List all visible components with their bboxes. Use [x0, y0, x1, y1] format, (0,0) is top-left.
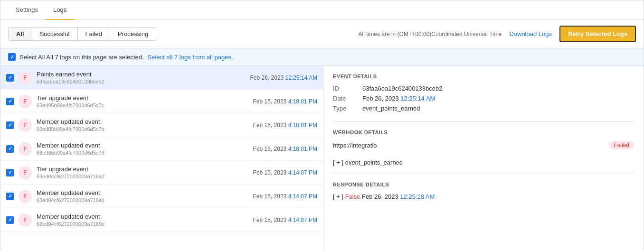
select-all-checkbox[interactable] — [8, 53, 16, 61]
filter-all[interactable]: All — [8, 27, 32, 41]
log-info-3: Member updated event 63ed05b99a4fc7000d6… — [37, 142, 248, 156]
main-content: F Points earned event 63faa6ea19c6240013… — [0, 66, 644, 250]
detail-type-label: Type — [333, 105, 357, 112]
retry-selected-button[interactable]: Retry Selected Logs — [559, 26, 636, 42]
webhook-status-badge: Failed — [609, 141, 634, 149]
log-title-4: Tier upgrade event — [37, 166, 248, 173]
tab-settings[interactable]: Settings — [8, 0, 46, 20]
log-id-5: 63ed04cf6272000009a716a1 — [37, 197, 248, 203]
log-id-4: 63ed04cf6272000009a716a2 — [37, 174, 248, 179]
log-title-2: Member updated event — [37, 118, 248, 125]
avatar-2: F — [19, 119, 32, 132]
toolbar-right: All times are in (GMT+00:00)Coordinated … — [359, 26, 636, 42]
response-time: 12:25:18 AM — [400, 193, 435, 200]
log-item[interactable]: F Points earned event 63faa6ea19c6240013… — [0, 66, 323, 90]
log-checkbox-4[interactable] — [6, 169, 14, 176]
detail-date-row: Date Feb 26, 2023 12:25:14 AM — [333, 95, 634, 102]
log-id-2: 63ed05b99a4fc7000d6d5c7b — [37, 126, 248, 132]
detail-id-row: ID 63faa6ea19c62400133bceb2 — [333, 85, 634, 92]
log-date-0: Feb 26, 2023 12:25:14 AM — [250, 74, 317, 81]
log-item[interactable]: F Tier upgrade event 63ed05b99a4fc7000d6… — [0, 90, 323, 113]
log-checkbox-5[interactable] — [6, 193, 14, 200]
log-title-0: Points earned event — [37, 71, 246, 78]
expand-event-item[interactable]: [ + ] event_points_earned — [333, 159, 634, 166]
avatar-1: F — [19, 95, 32, 108]
avatar-0: F — [19, 71, 32, 84]
log-date-4: Feb 15, 2023 4:14:07 PM — [253, 169, 317, 176]
log-id-3: 63ed05b99a4fc7000d6d5c78 — [37, 150, 248, 156]
select-all-pages-link[interactable]: Select all 7 logs from all pages. — [148, 54, 233, 61]
avatar-5: F — [19, 190, 32, 203]
webhook-row: https://integratio Failed — [333, 141, 634, 149]
log-info-6: Member updated event 63ed04cf6272000009a… — [37, 213, 248, 227]
log-title-6: Member updated event — [37, 213, 248, 220]
log-id-1: 63ed05b99a4fc7000d6d5c7c — [37, 102, 248, 108]
log-date-3: Feb 15, 2023 4:18:01 PM — [253, 146, 317, 152]
log-info-2: Member updated event 63ed05b99a4fc7000d6… — [37, 118, 248, 132]
log-title-3: Member updated event — [37, 142, 248, 149]
filter-group: All Successful Failed Processing — [8, 27, 156, 41]
log-checkbox-2[interactable] — [6, 121, 14, 129]
filter-processing[interactable]: Processing — [110, 27, 156, 41]
log-id-6: 63ed04cf6272000009a7169e — [37, 221, 248, 227]
filter-failed[interactable]: Failed — [78, 27, 110, 41]
log-item[interactable]: F Tier upgrade event 63ed04cf6272000009a… — [0, 161, 323, 185]
log-checkbox-1[interactable] — [6, 98, 14, 105]
select-all-text: Select All All 7 logs on this page are s… — [19, 54, 144, 61]
log-info-5: Member updated event 63ed04cf6272000009a… — [37, 189, 248, 203]
response-details-title: RESPONSE DETAILS — [333, 182, 634, 187]
detail-id-label: ID — [333, 85, 357, 92]
divider-2 — [333, 174, 634, 174]
response-date: Feb 26, 2023 — [362, 193, 398, 200]
log-item[interactable]: F Member updated event 63ed05b99a4fc7000… — [0, 137, 323, 161]
log-title-1: Tier upgrade event — [37, 94, 248, 102]
timezone-label: All times are in (GMT+00:00)Coordinated … — [359, 31, 502, 37]
log-date-1: Feb 15, 2023 4:18:01 PM — [253, 98, 317, 105]
response-details-section: RESPONSE DETAILS [ + ] False Feb 26, 202… — [333, 182, 634, 200]
tab-logs[interactable]: Logs — [46, 0, 74, 20]
webhook-url: https://integratio — [333, 142, 377, 149]
avatar-4: F — [19, 166, 32, 179]
webhook-details-title: WEBHOOK DETAILS — [333, 130, 634, 135]
log-list: F Points earned event 63faa6ea19c6240013… — [0, 66, 323, 250]
log-item[interactable]: F Member updated event 63ed05b99a4fc7000… — [0, 113, 323, 137]
detail-panel: EVENT DETAILS ID 63faa6ea19c62400133bceb… — [323, 66, 644, 250]
avatar-3: F — [19, 142, 32, 156]
log-checkbox-3[interactable] — [6, 145, 14, 153]
log-date-2: Feb 15, 2023 4:18:01 PM — [253, 122, 317, 129]
log-checkbox-0[interactable] — [6, 74, 14, 82]
detail-type-value: event_points_earned — [362, 105, 420, 112]
select-all-bar: Select All All 7 logs on this page are s… — [0, 48, 644, 66]
log-item[interactable]: F Member updated event 63ed04cf627200000… — [0, 185, 323, 208]
log-checkbox-6[interactable] — [6, 216, 14, 224]
log-date-6: Feb 15, 2023 4:14:07 PM — [253, 217, 317, 223]
webhook-details-section: WEBHOOK DETAILS https://integratio Faile… — [333, 130, 634, 149]
log-info-4: Tier upgrade event 63ed04cf6272000009a71… — [37, 166, 248, 179]
detail-date-value: Feb 26, 2023 12:25:14 AM — [362, 95, 435, 102]
log-date-5: Feb 15, 2023 4:14:07 PM — [253, 193, 317, 200]
response-row: [ + ] False Feb 26, 2023 12:25:18 AM — [333, 193, 634, 200]
divider-1 — [333, 121, 634, 122]
log-id-0: 63faa6ea19c62400133bceb2 — [37, 79, 246, 84]
filter-successful[interactable]: Successful — [32, 27, 78, 41]
response-false-value: False — [345, 193, 360, 200]
log-info-1: Tier upgrade event 63ed05b99a4fc7000d6d5… — [37, 94, 248, 108]
event-details-section: EVENT DETAILS ID 63faa6ea19c62400133bceb… — [333, 74, 634, 112]
detail-id-value: 63faa6ea19c62400133bceb2 — [362, 85, 442, 92]
detail-date-label: Date — [333, 95, 357, 102]
avatar-6: F — [19, 213, 32, 227]
toolbar: All Successful Failed Processing All tim… — [0, 20, 644, 48]
response-bracket: [ + ] — [333, 193, 343, 200]
log-info-0: Points earned event 63faa6ea19c62400133b… — [37, 71, 246, 84]
tab-bar: Settings Logs — [0, 0, 644, 20]
detail-type-row: Type event_points_earned — [333, 105, 634, 112]
log-item[interactable]: F Member updated event 63ed04cf627200000… — [0, 208, 323, 232]
log-title-5: Member updated event — [37, 189, 248, 196]
download-logs-link[interactable]: Download Logs — [509, 30, 552, 37]
event-details-title: EVENT DETAILS — [333, 74, 634, 79]
